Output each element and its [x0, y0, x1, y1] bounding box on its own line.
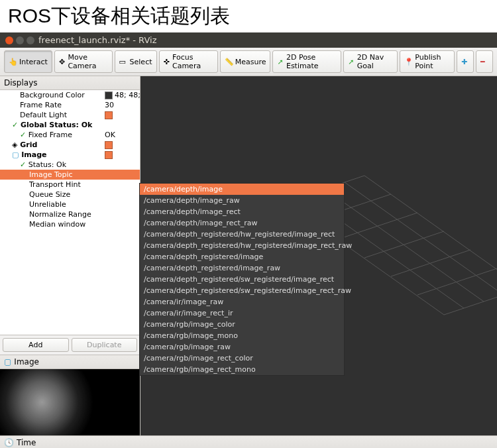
interact-label: Interact — [19, 58, 48, 66]
dropdown-item[interactable]: /camera/depth/image — [140, 184, 344, 195]
dropdown-item[interactable]: /camera/ir/image_rect_ir — [140, 308, 344, 319]
dropdown-item[interactable]: /camera/depth_registered/sw_registered/i… — [140, 274, 344, 285]
global-status-label: ✓ Global Status: Ok — [3, 121, 105, 129]
remove-tool-button[interactable]: ━ — [476, 50, 493, 73]
frame-rate-value[interactable]: 30 — [105, 101, 137, 109]
eye-icon: ◈ — [12, 140, 20, 149]
dropdown-item[interactable]: /camera/depth/image_raw — [140, 195, 344, 206]
normalize-range-label[interactable]: Normalize Range — [3, 210, 105, 219]
page-header: ROS下设备相关话题列表 — [0, 0, 497, 32]
minimize-icon[interactable] — [16, 36, 24, 44]
queue-size-label[interactable]: Queue Size — [3, 190, 105, 199]
pointer-icon: 👆 — [9, 58, 17, 66]
dropdown-item[interactable]: /camera/depth_registered/hw_registered/i… — [140, 229, 344, 240]
move-camera-button[interactable]: ✥Move Camera — [54, 50, 113, 73]
bg-color-text: 48; 48; 48 — [115, 91, 140, 99]
image-icon: ▢ — [12, 150, 21, 159]
dropdown-item[interactable]: /camera/rgb/image_rect_mono — [140, 364, 344, 375]
status-ok-text: Status: Ok — [28, 160, 66, 169]
publish-point-label: Publish Point — [415, 53, 450, 70]
checkbox-icon — [105, 141, 113, 149]
fixed-frame-value: OK — [105, 131, 137, 139]
image-panel-title: ▢ Image — [0, 355, 140, 369]
target-icon: ✜ — [164, 58, 170, 66]
dropdown-item[interactable]: /camera/depth_registered/image_raw — [140, 262, 344, 274]
image-topic-label[interactable]: Image Topic — [3, 170, 105, 179]
default-light-value[interactable] — [105, 111, 137, 119]
dropdown-item[interactable]: /camera/rgb/image_color — [140, 319, 344, 330]
svg-line-4 — [364, 176, 497, 288]
dropdown-item[interactable]: /camera/depth/image_rect — [140, 206, 344, 217]
dropdown-item[interactable]: /camera/rgb/image_rect_color — [140, 353, 344, 364]
fixed-frame-text: Fixed Frame — [28, 131, 72, 139]
check-icon: ✓ — [20, 131, 28, 139]
close-icon[interactable] — [5, 36, 13, 44]
maximize-icon[interactable] — [27, 36, 34, 44]
select-icon: ▭ — [119, 58, 127, 66]
nav-goal-label: 2D Nav Goal — [357, 53, 393, 70]
displays-title-label: Displays — [4, 78, 37, 87]
measure-label: Measure — [235, 58, 266, 66]
nav-goal-button[interactable]: ➚2D Nav Goal — [343, 50, 398, 73]
status-ok-label: ✓ Status: Ok — [3, 160, 105, 169]
color-swatch — [105, 91, 113, 99]
measure-button[interactable]: 📏Measure — [220, 50, 271, 73]
displays-panel-title: Displays — [0, 76, 140, 90]
check-icon: ✓ — [20, 160, 28, 169]
checkbox-icon — [105, 111, 113, 119]
window-title: freenect_launch.rviz* - RViz — [38, 35, 156, 45]
median-window-label[interactable]: Median window — [3, 220, 105, 229]
transport-hint-label[interactable]: Transport Hint — [3, 180, 105, 189]
add-tool-button[interactable]: ✚ — [457, 50, 474, 73]
grid-label[interactable]: ◈ Grid — [3, 140, 105, 149]
select-button[interactable]: ▭Select — [115, 50, 157, 73]
dropdown-item[interactable]: /camera/ir/image_raw — [140, 296, 344, 308]
plus-icon: ✚ — [461, 58, 469, 66]
fixed-frame-label: ✓ Fixed Frame — [3, 131, 105, 139]
focus-camera-button[interactable]: ✜Focus Camera — [159, 50, 218, 73]
arrow-icon: ➚ — [277, 58, 284, 66]
depth-image — [0, 369, 140, 435]
image-topic-dropdown[interactable]: /camera/depth/image /camera/depth/image_… — [139, 183, 345, 376]
window-controls — [5, 36, 34, 44]
window-titlebar: freenect_launch.rviz* - RViz — [0, 32, 497, 48]
bg-color-value[interactable]: 48; 48; 48 — [105, 91, 140, 99]
focus-camera-label: Focus Camera — [172, 53, 213, 70]
ruler-icon: 📏 — [225, 58, 233, 66]
dropdown-item[interactable]: /camera/depth_registered/hw_registered/i… — [140, 240, 344, 251]
image-display-label[interactable]: ▢ Image — [3, 150, 105, 159]
property-tree[interactable]: Background Color48; 48; 48 Frame Rate30 … — [0, 90, 140, 335]
image-icon: ▢ — [4, 357, 11, 366]
image-text: Image — [21, 150, 46, 159]
dropdown-item[interactable]: /camera/depth_registered/sw_registered/i… — [140, 285, 344, 296]
image-panel-label: Image — [14, 357, 39, 366]
time-title-label: Time — [17, 438, 36, 447]
dropdown-item[interactable]: /camera/rgb/image_mono — [140, 330, 344, 341]
duplicate-button: Duplicate — [72, 338, 138, 352]
add-button[interactable]: Add — [3, 338, 69, 352]
displays-panel: Displays Background Color48; 48; 48 Fram… — [0, 76, 140, 355]
dropdown-item[interactable]: /camera/depth/image_rect_raw — [140, 217, 344, 229]
bg-color-label: Background Color — [3, 91, 105, 99]
interact-button[interactable]: 👆Interact — [4, 50, 52, 73]
grid-text: Grid — [20, 140, 37, 149]
checkbox-icon — [105, 151, 113, 159]
svg-line-7 — [338, 213, 417, 239]
pose-estimate-button[interactable]: ➚2D Pose Estimate — [272, 50, 341, 73]
select-label: Select — [130, 58, 152, 66]
move-icon: ✥ — [59, 58, 65, 66]
move-camera-label: Move Camera — [68, 53, 107, 70]
publish-point-button[interactable]: 📍Publish Point — [400, 50, 455, 73]
time-panel: 🕓 Time ROS Time: 1941.36 ROS Elapsed: 78… — [0, 435, 497, 448]
default-light-label: Default Light — [3, 111, 105, 119]
unreliable-label[interactable]: Unreliable — [3, 200, 105, 209]
minus-icon: ━ — [480, 58, 488, 66]
grid-value[interactable] — [105, 140, 137, 149]
main-toolbar: 👆Interact ✥Move Camera ▭Select ✜Focus Ca… — [0, 48, 497, 76]
time-panel-title: 🕓 Time — [0, 436, 497, 448]
dropdown-item[interactable]: /camera/depth_registered/image — [140, 251, 344, 262]
dropdown-item[interactable]: /camera/rgb/image_raw — [140, 341, 344, 353]
pin-icon: 📍 — [404, 58, 412, 66]
image-panel-wrap: ▢ Image — [0, 355, 140, 435]
image-display-value[interactable] — [105, 150, 137, 159]
